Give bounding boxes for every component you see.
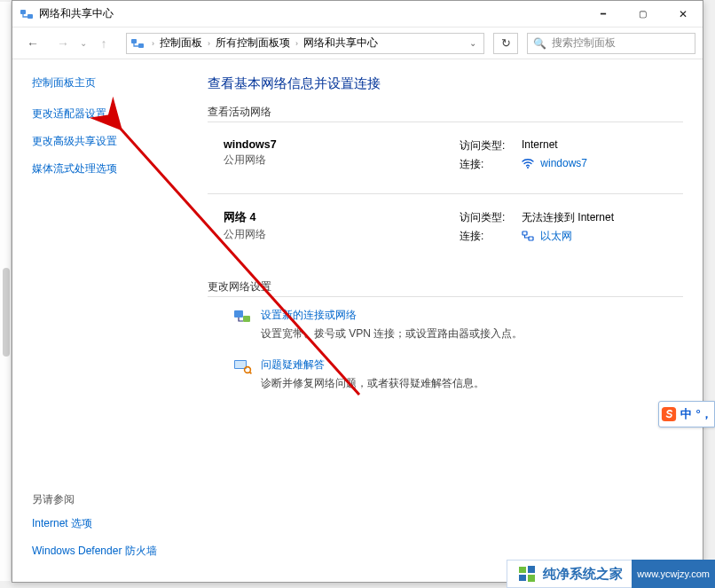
sidebar-link-change-adapter[interactable]: 更改适配器设置 [32, 106, 179, 122]
maximize-icon: ▢ [639, 9, 647, 19]
search-icon: 🔍 [533, 37, 546, 50]
watermark: 纯净系统之家 www.ycwjzy.com [507, 560, 715, 588]
nav-up-button[interactable]: ↑ [90, 31, 117, 56]
svg-rect-7 [234, 310, 243, 318]
search-placeholder: 搜索控制面板 [552, 35, 616, 51]
svg-rect-0 [20, 10, 26, 14]
svg-rect-17 [528, 575, 535, 582]
sidebar-link-advanced-sharing[interactable]: 更改高级共享设置 [32, 134, 179, 149]
sidebar: 控制面板主页 更改适配器设置 更改高级共享设置 媒体流式处理选项 另请参阅 In… [12, 59, 195, 582]
breadcrumb-network-center[interactable]: 网络和共享中心 [300, 34, 381, 52]
window-title: 网络和共享中心 [39, 6, 114, 21]
breadcrumb-all-items[interactable]: 所有控制面板项 [212, 34, 294, 52]
network-type: 公用网络 [224, 227, 460, 242]
access-type-label: 访问类型: [460, 210, 522, 225]
sidebar-home-link[interactable]: 控制面板主页 [32, 75, 179, 90]
action-new-connection: 设置新的连接或网络 设置宽带、拨号或 VPN 连接；或设置路由器或接入点。 [208, 299, 683, 349]
nav-forward-button[interactable]: → [50, 31, 76, 56]
chevron-right-icon: › [294, 39, 300, 48]
titlebar: 网络和共享中心 ━ ▢ ✕ [12, 1, 703, 27]
maximize-button[interactable]: ▢ [623, 1, 663, 27]
access-type-label: 访问类型: [460, 138, 522, 153]
network-sharing-center-window: 网络和共享中心 ━ ▢ ✕ ← → ⌄ ↑ › 控制面板 › 所有控制面板项 › [12, 0, 703, 583]
network-type: 公用网络 [224, 153, 460, 168]
refresh-button[interactable]: ↻ [493, 33, 518, 54]
close-button[interactable]: ✕ [663, 1, 703, 27]
network-name: 网络 4 [224, 210, 460, 225]
content-area: 查看基本网络信息并设置连接 查看活动网络 windows7 公用网络 访问类型:… [195, 59, 703, 582]
wifi-icon [522, 158, 534, 171]
nav-history-dropdown[interactable]: ⌄ [80, 38, 87, 48]
chevron-right-icon: › [206, 39, 212, 48]
chevron-right-icon: › [150, 39, 156, 48]
network-center-icon [20, 7, 34, 21]
action-title[interactable]: 设置新的连接或网络 [261, 308, 522, 323]
action-troubleshoot: 问题疑难解答 诊断并修复网络问题，或者获得疑难解答信息。 [208, 349, 683, 398]
divider [208, 193, 683, 194]
access-type-value: Internet [522, 138, 558, 153]
svg-point-4 [527, 167, 529, 169]
svg-rect-2 [131, 39, 137, 43]
navigation-bar: ← → ⌄ ↑ › 控制面板 › 所有控制面板项 › 网络和共享中心 ⌄ ↻ 🔍… [12, 27, 703, 59]
new-connection-icon [232, 308, 252, 325]
svg-rect-3 [138, 43, 144, 48]
background-window-edge [0, 2, 12, 581]
nav-back-button[interactable]: ← [20, 31, 46, 56]
minimize-button[interactable]: ━ [583, 1, 623, 27]
active-networks-title: 查看活动网络 [208, 105, 683, 122]
network-name: windows7 [224, 138, 460, 151]
svg-rect-5 [522, 231, 527, 235]
address-bar-icon [130, 36, 145, 51]
svg-rect-10 [235, 361, 246, 368]
svg-rect-14 [519, 567, 526, 573]
search-box[interactable]: 🔍 搜索控制面板 [527, 33, 695, 54]
connection-link[interactable]: windows7 [540, 157, 587, 169]
sidebar-see-also-title: 另请参阅 [32, 492, 179, 507]
sidebar-link-defender-firewall[interactable]: Windows Defender 防火墙 [32, 544, 179, 559]
action-title[interactable]: 问题疑难解答 [261, 357, 484, 372]
sidebar-link-media-streaming[interactable]: 媒体流式处理选项 [32, 161, 179, 176]
windows-logo-icon [518, 565, 536, 583]
access-type-value: 无法连接到 Internet [522, 210, 614, 225]
address-bar-dropdown[interactable]: ⌄ [464, 38, 482, 48]
page-heading: 查看基本网络信息并设置连接 [208, 75, 683, 92]
address-bar[interactable]: › 控制面板 › 所有控制面板项 › 网络和共享中心 ⌄ [126, 33, 484, 54]
troubleshoot-icon [232, 357, 252, 375]
svg-rect-1 [28, 14, 33, 19]
sidebar-link-internet-options[interactable]: Internet 选项 [32, 516, 179, 531]
svg-point-11 [245, 367, 251, 373]
network-block: windows7 公用网络 访问类型: Internet 连接: [208, 124, 683, 188]
minimize-icon: ━ [601, 9, 606, 19]
close-icon: ✕ [679, 8, 688, 20]
connection-link[interactable]: 以太网 [540, 230, 572, 242]
watermark-brand: 纯净系统之家 [543, 566, 623, 583]
ethernet-icon [522, 231, 534, 244]
connection-label: 连接: [460, 157, 522, 172]
action-desc: 设置宽带、拨号或 VPN 连接；或设置路由器或接入点。 [261, 326, 522, 341]
change-network-settings-title: 更改网络设置 [208, 279, 683, 297]
svg-rect-6 [529, 237, 533, 240]
svg-rect-8 [243, 316, 250, 322]
breadcrumb-control-panel[interactable]: 控制面板 [156, 34, 206, 52]
action-desc: 诊断并修复网络问题，或者获得疑难解答信息。 [261, 376, 484, 391]
svg-rect-15 [528, 566, 535, 573]
network-block: 网络 4 公用网络 访问类型: 无法连接到 Internet 连接: [208, 196, 683, 260]
connection-label: 连接: [460, 229, 522, 244]
svg-rect-16 [519, 575, 526, 581]
watermark-url: www.ycwjzy.com [632, 560, 715, 588]
background-scrollbar [3, 268, 10, 357]
